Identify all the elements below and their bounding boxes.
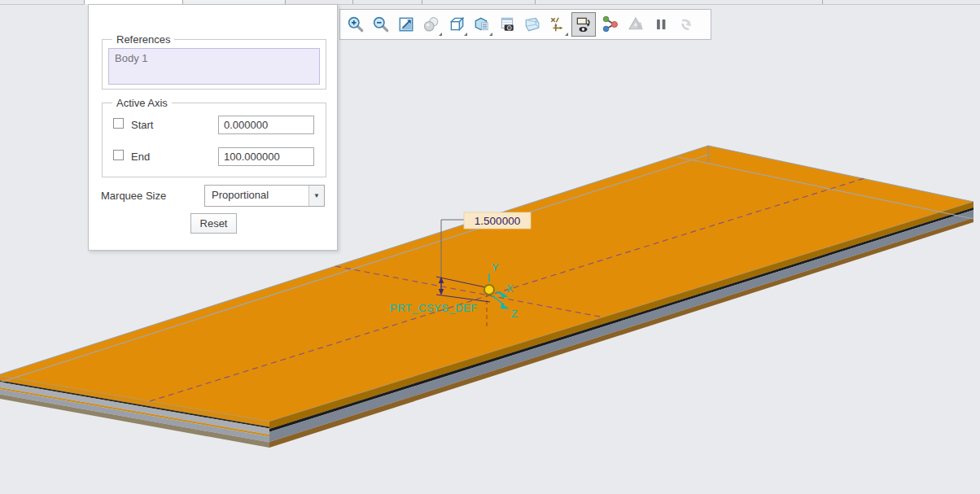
perspective-view-icon[interactable] [521, 12, 543, 37]
marquee-size-dropdown[interactable]: Proportional ▼ [204, 185, 325, 207]
refit-icon[interactable] [395, 12, 417, 37]
pause-icon[interactable] [650, 12, 672, 37]
graphics-toolbar [339, 9, 711, 40]
active-axis-group: Active Axis [102, 103, 326, 177]
dimension-value[interactable]: 1.500000 [475, 215, 520, 227]
references-collector[interactable]: Body 1 [108, 48, 320, 85]
saved-views-cube-icon[interactable] [445, 12, 467, 37]
shading-style-icon[interactable] [420, 12, 442, 37]
extend-options-panel: References Body 1 Active Axis Start End … [88, 4, 338, 251]
start-label: Start [131, 119, 153, 131]
active-axis-group-label: Active Axis [112, 97, 172, 109]
start-checkbox[interactable] [113, 118, 124, 129]
analysis-disabled-icon [624, 12, 646, 37]
image-capture-icon[interactable] [496, 12, 518, 37]
resume-disabled-icon [675, 12, 697, 37]
spin-center-icon[interactable] [599, 12, 621, 37]
annotation-display-icon[interactable] [571, 12, 596, 37]
references-group-label: References [112, 33, 174, 46]
application-window: 1.500000 Y X Z PRT_CSYS_DEF [0, 0, 980, 494]
csys-name-label[interactable]: PRT_CSYS_DEF [390, 302, 478, 314]
zoom-in-icon[interactable] [344, 12, 366, 37]
section-view-icon[interactable] [470, 12, 492, 37]
tab-strip-border [0, 4, 85, 5]
dropdown-arrow-button[interactable]: ▼ [308, 186, 324, 206]
csys-origin-dot [484, 285, 494, 295]
axis-x-label: X [506, 282, 514, 295]
axis-y-label: Y [492, 261, 499, 273]
axis-z-label: Z [511, 308, 518, 320]
end-value-input[interactable] [218, 147, 314, 166]
marquee-size-value: Proportional [212, 189, 269, 201]
marquee-size-label: Marquee Size [101, 190, 166, 202]
end-label: End [131, 151, 150, 163]
reset-button[interactable]: Reset [190, 213, 237, 234]
chevron-down-icon: ▼ [313, 192, 320, 199]
zoom-out-icon[interactable] [370, 12, 392, 37]
end-checkbox[interactable] [113, 150, 124, 160]
datum-display-icon[interactable] [546, 12, 568, 37]
start-value-input[interactable] [218, 116, 314, 134]
